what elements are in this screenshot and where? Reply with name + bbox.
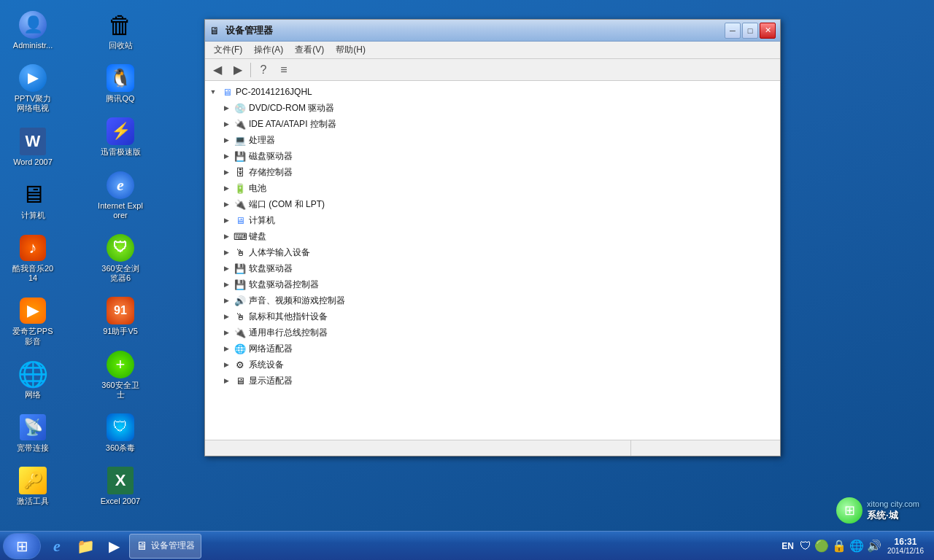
device-tree-content[interactable]: ▼ 🖥 PC-20141216JQHL ▶ 💿 DVD/CD-ROM 驱动器 ▶… xyxy=(205,81,780,440)
toolbar-properties-button[interactable]: ≡ xyxy=(274,61,293,79)
mouse-label: 鼠标和其他指针设备 xyxy=(249,311,328,323)
storage-icon: 🗄 xyxy=(234,166,247,179)
disk-expand[interactable]: ▶ xyxy=(221,151,231,161)
root-icon: 🖥 xyxy=(220,85,234,98)
menu-view[interactable]: 查看(V) xyxy=(289,42,330,58)
tree-node-sound[interactable]: ▶ 🔊 声音、视频和游戏控制器 xyxy=(205,292,780,308)
icon-360anti[interactable]: 🛡 360杀毒 xyxy=(95,410,146,456)
icon-ie[interactable]: e Internet Explorer xyxy=(95,168,146,223)
sound-expand[interactable]: ▶ xyxy=(221,295,231,306)
tree-node-cpu[interactable]: ▶ 💻 处理器 xyxy=(205,132,780,148)
window-close-button[interactable]: ✕ xyxy=(760,23,776,39)
tree-node-usb[interactable]: ▶ 🔌 通用串行总线控制器 xyxy=(205,324,780,341)
icon-network[interactable]: 🌐 网络 xyxy=(7,357,58,402)
tray-antivirus-icon[interactable]: 🛡 xyxy=(800,540,811,553)
storage-label: 存储控制器 xyxy=(249,166,293,179)
window-title-icon: 🖥 xyxy=(209,25,221,36)
icon-excel2007[interactable]: X Excel 2007 xyxy=(95,463,146,509)
tree-node-display[interactable]: ▶ 🖥 显示适配器 xyxy=(205,373,780,389)
icon-qq-label: 腾讯QQ xyxy=(106,94,134,104)
tree-node-battery[interactable]: ▶ 🔋 电池 xyxy=(205,180,780,196)
ide-expand[interactable]: ▶ xyxy=(221,119,231,129)
port-expand[interactable]: ▶ xyxy=(221,199,231,209)
mouse-expand[interactable]: ▶ xyxy=(221,311,231,322)
floppy-ctrl-expand[interactable]: ▶ xyxy=(221,279,231,289)
dvd-expand[interactable]: ▶ xyxy=(221,103,231,113)
display-icon: 🖥 xyxy=(234,374,247,387)
icon-activate[interactable]: 🔑 激活工具 xyxy=(7,463,58,509)
watermark-text: xitong city.com 系统·城 xyxy=(867,499,919,521)
tree-node-mouse[interactable]: ▶ 🖱 鼠标和其他指针设备 xyxy=(205,308,780,324)
icon-360guard[interactable]: + 360安全卫士 xyxy=(95,347,146,402)
tray-language[interactable]: EN xyxy=(779,541,797,551)
icon-pps[interactable]: ▶ 爱奇艺PPS影音 xyxy=(7,293,58,349)
icon-music[interactable]: ♪ 酷我音乐2014 xyxy=(7,230,58,286)
icon-recycle-label: 回收站 xyxy=(109,41,133,50)
icon-word2007[interactable]: W Word 2007 xyxy=(7,124,58,170)
tree-node-disk[interactable]: ▶ 💾 磁盘驱动器 xyxy=(205,148,780,164)
usb-label: 通用串行总线控制器 xyxy=(249,327,328,339)
icon-360browser[interactable]: 🛡 360安全浏览器6 xyxy=(95,230,146,286)
disk-label: 磁盘驱动器 xyxy=(249,150,293,163)
system-expand[interactable]: ▶ xyxy=(221,359,231,370)
floppy-expand[interactable]: ▶ xyxy=(221,263,231,273)
tray-clock[interactable]: 16:31 2014/12/16 xyxy=(884,537,927,555)
system-icon: ⚙ xyxy=(234,358,247,371)
tree-node-computer[interactable]: ▶ 🖥 计算机 xyxy=(205,212,780,228)
menu-file[interactable]: 文件(F) xyxy=(208,42,248,58)
tray-volume-icon[interactable]: 🔊 xyxy=(867,539,881,553)
toolbar-separator-1 xyxy=(250,63,251,77)
icon-pptv[interactable]: ▶ PPTV聚力 网络电视 xyxy=(7,61,58,116)
tree-node-network[interactable]: ▶ 🌐 网络适配器 xyxy=(205,341,780,357)
icon-computer[interactable]: 🖥 计算机 xyxy=(7,177,58,223)
toolbar-help-button[interactable]: ? xyxy=(254,61,273,79)
root-expand-arrow[interactable]: ▼ xyxy=(208,87,218,97)
icon-admin[interactable]: 👤 Administr... xyxy=(7,7,58,53)
tray-network-icon[interactable]: 🌐 xyxy=(849,539,864,553)
tree-node-system[interactable]: ▶ ⚙ 系统设备 xyxy=(205,357,780,373)
storage-expand[interactable]: ▶ xyxy=(221,167,231,177)
icon-91[interactable]: 91 91助手V5 xyxy=(95,293,146,339)
disk-icon: 💾 xyxy=(234,149,247,163)
battery-expand[interactable]: ▶ xyxy=(221,183,231,193)
display-expand[interactable]: ▶ xyxy=(221,376,231,386)
icon-thunder[interactable]: ⚡ 迅雷极速版 xyxy=(95,114,146,160)
network-expand[interactable]: ▶ xyxy=(221,343,231,354)
tray-security-icon[interactable]: 🔒 xyxy=(832,539,846,553)
tree-node-floppy-ctrl[interactable]: ▶ 💾 软盘驱动器控制器 xyxy=(205,276,780,292)
human-expand[interactable]: ▶ xyxy=(221,247,231,257)
tree-node-storage[interactable]: ▶ 🗄 存储控制器 xyxy=(205,164,780,180)
computer-expand[interactable]: ▶ xyxy=(221,215,231,225)
tree-node-human-input[interactable]: ▶ 🖱 人体学输入设备 xyxy=(205,244,780,260)
cpu-expand[interactable]: ▶ xyxy=(221,135,231,145)
taskbar-task-devmgr[interactable]: 🖥 设备管理器 xyxy=(129,534,201,559)
tray-360-icon[interactable]: 🟢 xyxy=(814,539,829,553)
window-maximize-button[interactable]: □ xyxy=(742,23,758,39)
tree-node-ide[interactable]: ▶ 🔌 IDE ATA/ATAPI 控制器 xyxy=(205,116,780,132)
tree-node-floppy[interactable]: ▶ 💾 软盘驱动器 xyxy=(205,260,780,276)
menu-action[interactable]: 操作(A) xyxy=(248,42,289,58)
tree-node-keyboard[interactable]: ▶ ⌨ 键盘 xyxy=(205,228,780,244)
watermark-url: xitong city.com xyxy=(867,499,919,509)
toolbar-back-button[interactable]: ◀ xyxy=(208,61,227,79)
tree-node-dvd[interactable]: ▶ 💿 DVD/CD-ROM 驱动器 xyxy=(205,100,780,116)
keyboard-expand[interactable]: ▶ xyxy=(221,231,231,241)
ide-label: IDE ATA/ATAPI 控制器 xyxy=(249,118,336,131)
icon-qq[interactable]: 🐧 腾讯QQ xyxy=(95,61,146,106)
tree-root[interactable]: ▼ 🖥 PC-20141216JQHL xyxy=(205,84,780,100)
taskbar-pin-ie[interactable]: e xyxy=(44,534,70,559)
watermark-logo: ⊞ xyxy=(836,497,862,524)
usb-expand[interactable]: ▶ xyxy=(221,327,231,338)
taskbar-devmgr-icon: 🖥 xyxy=(136,540,147,553)
toolbar-forward-button[interactable]: ▶ xyxy=(228,61,247,79)
taskbar-pin-media[interactable]: ▶ xyxy=(101,534,127,559)
tree-node-port[interactable]: ▶ 🔌 端口 (COM 和 LPT) xyxy=(205,196,780,212)
menu-help[interactable]: 帮助(H) xyxy=(330,42,371,58)
taskbar-pin-explorer[interactable]: 📁 xyxy=(72,534,99,559)
start-button[interactable]: ⊞ xyxy=(3,533,41,559)
floppy-ctrl-icon: 💾 xyxy=(234,278,247,291)
human-icon: 🖱 xyxy=(234,246,247,259)
icon-recycle[interactable]: 🗑 回收站 xyxy=(95,7,146,53)
icon-broadband[interactable]: 📡 宽带连接 xyxy=(7,410,58,456)
window-minimize-button[interactable]: ─ xyxy=(725,23,741,39)
